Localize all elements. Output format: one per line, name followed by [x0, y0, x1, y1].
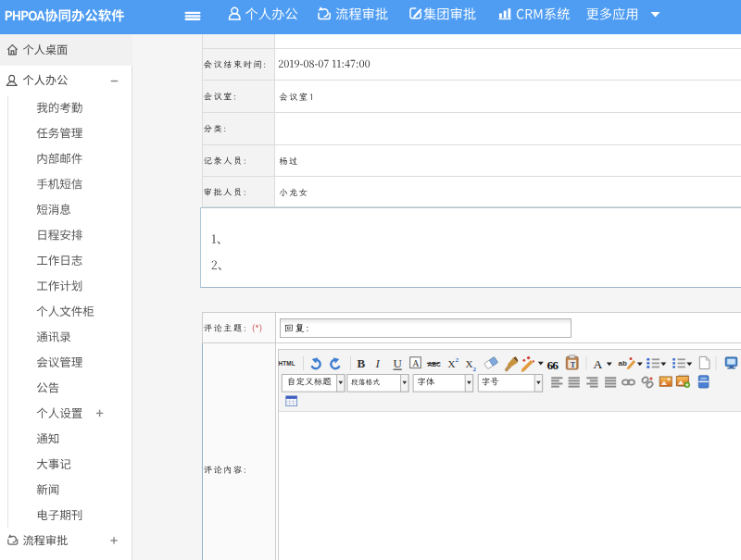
svg-text:2: 2 — [456, 356, 459, 364]
svg-text:ab: ab — [619, 359, 627, 367]
svg-text:B: B — [358, 356, 366, 370]
svg-text:U: U — [394, 356, 403, 370]
svg-text:66: 66 — [547, 358, 559, 372]
svg-text:HTML: HTML — [279, 360, 295, 367]
svg-text:2: 2 — [473, 366, 477, 373]
svg-text:I: I — [375, 356, 381, 370]
svg-text:X: X — [448, 358, 456, 369]
svg-text:A: A — [412, 358, 420, 368]
svg-text:A: A — [594, 357, 603, 371]
svg-text:X: X — [466, 358, 473, 369]
svg-text:T: T — [571, 361, 576, 369]
